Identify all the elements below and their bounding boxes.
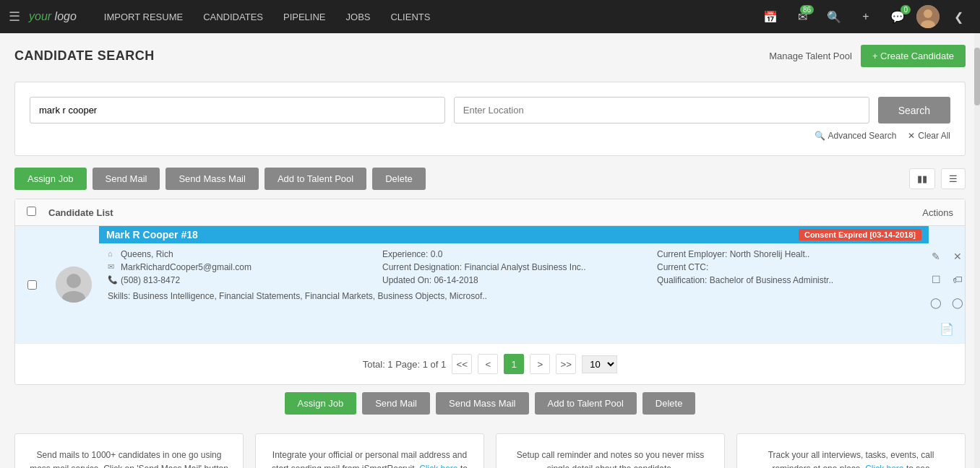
pagination-info: Total: 1 Page: 1 of 1 [363,359,447,370]
table-header: Candidate List Actions [15,199,965,226]
user-avatar[interactable] [916,5,940,28]
svg-point-1 [924,9,932,18]
scrollbar-track [974,33,980,468]
pagination-page-1[interactable]: 1 [504,354,524,374]
top-navigation: ☰ your logo IMPORT RESUME CANDIDATES PIP… [0,0,980,33]
delete-button-bottom[interactable]: Delete [642,392,696,415]
candidate-phone: 📞 (508) 813-8472 [108,275,371,285]
nav-pipeline[interactable]: PIPELINE [273,0,336,33]
pagination-prev-prev[interactable]: << [452,354,472,374]
info-card-mass-mail: Send mails to 1000+ candidates in one go… [14,433,244,468]
candidate-email: ✉ MarkRichardCooper5@gmail.com [108,262,371,272]
mail-icon: ✉ [108,262,118,272]
consent-expired-badge: Consent Expired [03-14-2018] [799,229,921,240]
delete-candidate-button[interactable]: ✕ [949,248,966,265]
search-area: Search 🔍 Advanced Search ✕ Clear All [14,82,966,156]
phone-icon: 📞 [108,275,118,285]
add-talent-pool-button-bottom[interactable]: Add to Talent Pool [535,392,637,415]
select-all-checkbox[interactable] [27,207,36,216]
search-button[interactable]: Search [878,97,950,124]
info-card-integrate-mail: Integrate your official or personal mail… [255,433,484,468]
export-candidate-button[interactable]: 📄 [938,320,955,337]
candidate-name-bar: Mark R Cooper #18 Consent Expired [03-14… [99,226,929,243]
add-icon[interactable]: + [853,4,879,30]
pagination-next[interactable]: > [530,354,550,374]
pagination-next-next[interactable]: >> [556,354,576,374]
view-controls: ▮▮ ☰ [909,168,966,189]
send-mass-mail-button-bottom[interactable]: Send Mass Mail [436,392,528,415]
per-page-selector: 10 25 50 [582,355,617,373]
candidate-checkbox[interactable] [27,280,37,290]
main-content: CANDIDATE SEARCH Manage Talent Pool + Cr… [0,33,980,468]
advanced-search-link[interactable]: 🔍 Advanced Search [814,131,897,141]
search-icon[interactable]: 🔍 [821,4,847,30]
reject-candidate-button[interactable]: ◯ [949,294,966,311]
page-title: CANDIDATE SEARCH [14,48,155,64]
candidate-row-actions: ✎ ✕ ☐ 🏷 ◯ ◯ 📄 [929,226,965,343]
candidate-skills: Skills: Business Intelligence, Financial… [108,291,920,301]
candidate-experience: Experience: 0.0 [382,249,645,259]
nav-import-resume[interactable]: IMPORT RESUME [94,0,193,33]
logo: your logo [29,10,77,23]
chat-icon[interactable]: 💬 0 [885,4,911,30]
info-cards: Send mails to 1000+ candidates in one go… [14,433,966,468]
avatar [56,266,92,303]
pagination-bar: Total: 1 Page: 1 of 1 << < 1 > >> 10 25 … [15,344,965,384]
calendar-icon[interactable]: 📅 [757,4,783,30]
assign-job-button-bottom[interactable]: Assign Job [285,392,357,415]
notifications-icon[interactable]: ✉ 86 [789,4,815,30]
search-row: Search [30,97,950,124]
nav-jobs[interactable]: JOBS [336,0,381,33]
chat-count: 0 [901,5,911,14]
manage-talent-pool-link[interactable]: Manage Talent Pool [769,51,852,61]
expand-icon[interactable]: ❮ [945,4,971,30]
location-input[interactable] [454,97,869,124]
notification-count: 86 [800,5,814,14]
hamburger-menu[interactable]: ☰ [9,9,20,25]
nav-clients[interactable]: CLIENTS [380,0,440,33]
assign-job-button-top[interactable]: Assign Job [14,168,87,190]
info-card-calendar: Track your all interviews, tasks, events… [736,433,966,468]
edit-candidate-button[interactable]: ✎ [927,248,945,265]
search-options-icon: 🔍 [814,131,825,141]
create-candidate-button[interactable]: + Create Candidate [861,45,966,67]
scrollbar-thumb[interactable] [974,48,980,105]
integrate-mail-link[interactable]: Click here [419,464,457,468]
info-card-call-reminder: Setup call reminder and notes so you nev… [496,433,725,468]
nav-links: IMPORT RESUME CANDIDATES PIPELINE JOBS C… [94,0,441,33]
send-mail-button-bottom[interactable]: Send Mail [362,392,430,415]
candidate-ctc: Current CTC: [657,262,920,272]
candidates-table: Candidate List Actions Mark R Cooper [14,199,966,385]
row-checkbox-cell [15,226,48,343]
candidate-name: Mark R Cooper #18 [106,229,198,240]
candidate-updated: Updated On: 06-14-2018 [382,275,645,285]
pagination-prev[interactable]: < [478,354,498,374]
send-mass-mail-button-top[interactable]: Send Mass Mail [166,168,258,190]
nav-candidates[interactable]: CANDIDATES [193,0,273,33]
candidate-designation: Current Designation: Financial Analyst B… [382,262,645,272]
topnav-right: 📅 ✉ 86 🔍 + 💬 0 ❮ [757,4,971,30]
search-links: 🔍 Advanced Search ✕ Clear All [30,131,950,141]
candidate-location: ⌂ Queens, Rich [108,249,371,259]
tag-candidate-button[interactable]: 🏷 [949,271,966,288]
clear-icon: ✕ [908,131,915,141]
delete-button-top[interactable]: Delete [372,168,426,190]
send-mail-button-top[interactable]: Send Mail [93,168,160,190]
bottom-action-bar: Assign Job Send Mail Send Mass Mail Add … [14,385,966,422]
candidate-search-input[interactable] [30,97,445,124]
save-candidate-button[interactable]: ☐ [927,271,945,288]
grid-view-button[interactable]: ▮▮ [909,168,935,189]
actions-header: Actions [922,207,953,218]
page-header-right: Manage Talent Pool + Create Candidate [769,45,966,67]
table-row: Mark R Cooper #18 Consent Expired [03-14… [15,226,965,344]
clear-all-link[interactable]: ✕ Clear All [908,131,950,141]
approve-candidate-button[interactable]: ◯ [927,294,945,311]
candidate-employer: Current Employer: North Shorelij Healt.. [657,249,920,259]
calendar-link[interactable]: Click here [865,464,903,468]
list-view-button[interactable]: ☰ [941,168,966,189]
svg-point-4 [66,274,81,288]
candidate-avatar-cell [48,226,99,343]
per-page-select[interactable]: 10 25 50 [582,355,617,373]
page-header: CANDIDATE SEARCH Manage Talent Pool + Cr… [14,45,966,67]
add-talent-pool-button-top[interactable]: Add to Talent Pool [265,168,366,190]
